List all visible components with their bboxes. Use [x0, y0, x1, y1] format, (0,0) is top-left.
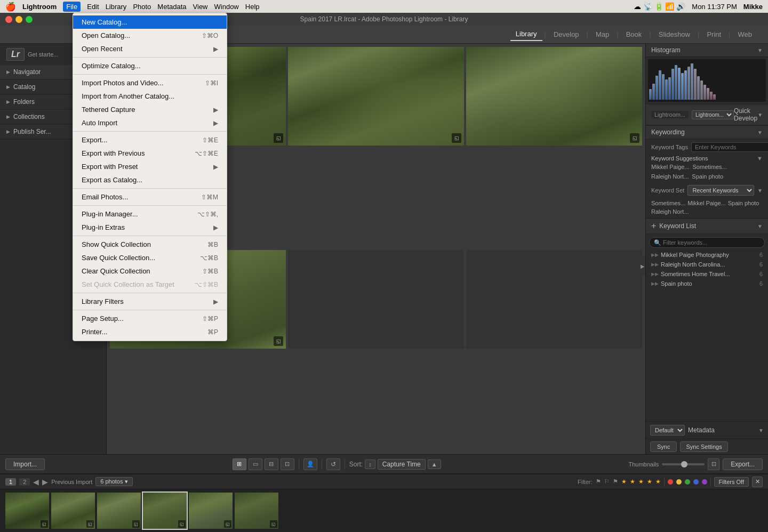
menu-item-open-catalog[interactable]: Open Catalog... ⇧⌘O [73, 29, 227, 42]
menu-file[interactable]: File [63, 2, 81, 12]
quick-develop-preset-select[interactable]: Lightroom... [692, 110, 734, 119]
menu-item-optimize[interactable]: Optimize Catalog... [73, 59, 227, 72]
fs-prev-icon[interactable]: ◀ [33, 478, 39, 486]
menu-item-open-recent[interactable]: Open Recent ▶ [73, 42, 227, 55]
tab-develop[interactable]: Develop [548, 28, 585, 41]
tab-map[interactable]: Map [590, 28, 614, 41]
fs-thumb-2[interactable]: ◱ [51, 493, 95, 529]
menu-metadata[interactable]: Metadata [157, 3, 186, 11]
keyword-item-4[interactable]: ▶▶ Spain photo 6 [646, 279, 768, 288]
keyword-tags-input[interactable] [691, 142, 768, 152]
color-dot-blue[interactable] [693, 479, 699, 485]
fs-thumb-3[interactable]: ◱ [97, 493, 141, 529]
photo-cell-3[interactable]: ◱ [466, 47, 642, 146]
fs-thumb-1[interactable]: ◱ [5, 493, 49, 529]
sort-asc-button[interactable]: ▲ [428, 460, 441, 469]
menu-item-plugin-extras[interactable]: Plug-in Extras ▶ [73, 221, 227, 234]
menu-item-page-setup[interactable]: Page Setup... ⇧⌘P [73, 312, 227, 325]
menu-item-set-quick-target[interactable]: Set Quick Collection as Target ⌥⇧⌘B [73, 278, 227, 291]
tab-library[interactable]: Library [510, 28, 542, 41]
menu-view[interactable]: View [193, 3, 208, 11]
filters-off-button[interactable]: Filters Off [714, 477, 749, 487]
file-dropdown[interactable]: New Catalog... Open Catalog... ⇧⌘O Open … [73, 13, 227, 341]
suggestion-3[interactable]: Raleigh Nort... [651, 173, 689, 180]
filters-off-close[interactable]: ✕ [752, 477, 763, 487]
menu-item-save-quick[interactable]: Save Quick Collection... ⌥⌘B [73, 251, 227, 264]
keyword-set-options-icon[interactable]: ▼ [757, 188, 763, 194]
page-2-badge[interactable]: 2 [19, 478, 30, 486]
menu-window[interactable]: Window [214, 3, 239, 11]
keyword-item-1[interactable]: ▶▶ Mikkel Paige Photography 6 [646, 250, 768, 260]
keyword-list-header[interactable]: + Keyword List ▼ [646, 219, 768, 234]
menu-photo[interactable]: Photo [133, 3, 151, 11]
thumbnail-slider-knob[interactable] [681, 461, 687, 467]
menu-item-email-photos[interactable]: Email Photos... ⇧⌘M [73, 190, 227, 204]
menu-item-import-another[interactable]: Import from Another Catalog... [73, 90, 227, 103]
tab-print[interactable]: Print [701, 28, 726, 41]
keyword-set-select[interactable]: Recent Keywords [687, 185, 754, 196]
menu-edit[interactable]: Edit [87, 3, 99, 11]
kw-tag-3[interactable]: Spain photo [728, 200, 759, 206]
menu-item-show-quick[interactable]: Show Quick Collection ⌘B [73, 238, 227, 251]
kw-tag-4[interactable]: Raleigh Nort... [651, 208, 689, 215]
menu-lightroom[interactable]: Lightroom [22, 3, 57, 11]
traffic-light-yellow[interactable] [15, 16, 22, 23]
filter-star-3[interactable]: ★ [638, 478, 644, 485]
kw-tag-1[interactable]: Sometimes... [651, 200, 685, 206]
sync-settings-button[interactable]: Sync Settings [680, 441, 727, 452]
filter-flag-2[interactable]: ⚐ [604, 478, 610, 485]
filter-star-1[interactable]: ★ [621, 478, 627, 485]
page-1-badge[interactable]: 1 [5, 478, 16, 486]
color-dot-yellow[interactable] [676, 479, 682, 485]
people-view-button[interactable]: 👤 [303, 458, 317, 470]
traffic-light-green[interactable] [26, 16, 33, 23]
keywording-header[interactable]: Keywording ▼ [646, 125, 768, 139]
menu-item-import-photos[interactable]: Import Photos and Video... ⇧⌘I [73, 76, 227, 90]
menu-item-tethered[interactable]: Tethered Capture ▶ [73, 103, 227, 116]
fs-thumb-5[interactable]: ◱ [189, 493, 233, 529]
keyword-item-3[interactable]: ▶▶ Sometimes Home Travel... 6 [646, 269, 768, 279]
photo-cell-2[interactable]: ◱ [288, 47, 464, 146]
export-button[interactable]: Export... [723, 458, 763, 470]
menu-item-clear-quick[interactable]: Clear Quick Collection ⇧⌘B [73, 264, 227, 278]
thumbnail-slider[interactable] [662, 463, 705, 465]
fs-thumb-4[interactable]: ◱ [143, 493, 187, 529]
filter-flag-3[interactable]: ⚑ [613, 478, 618, 485]
keyword-item-2[interactable]: ▶▶ Raleigh North Carolina... 6 [646, 260, 768, 269]
keyword-filter-input[interactable] [649, 237, 765, 248]
color-dot-red[interactable] [668, 479, 673, 485]
apple-menu[interactable]: 🍎 [5, 2, 16, 12]
suggestion-2[interactable]: Sometimes... [693, 164, 727, 170]
import-button[interactable]: Import... [5, 458, 45, 470]
filter-flag-1[interactable]: ⚑ [596, 478, 601, 485]
menu-item-new-catalog[interactable]: New Catalog... [73, 15, 227, 29]
menu-item-export-catalog[interactable]: Export as Catalog... [73, 173, 227, 187]
view-survey-button[interactable]: ⊡ [281, 458, 294, 470]
kw-tag-2[interactable]: Mikkel Paige... [687, 200, 726, 206]
tab-web[interactable]: Web [733, 28, 758, 41]
color-dot-green[interactable] [685, 479, 690, 485]
traffic-light-red[interactable] [5, 16, 12, 23]
thumbnail-expand-button[interactable]: ⊡ [708, 458, 719, 470]
view-compare-button[interactable]: ⊟ [265, 458, 278, 470]
sync-button[interactable]: Sync [650, 441, 677, 452]
menu-item-export-prev[interactable]: Export with Previous ⌥⇧⌘E [73, 147, 227, 160]
filter-star-2[interactable]: ★ [630, 478, 635, 485]
menu-item-plugin-manager[interactable]: Plug-in Manager... ⌥⇧⌘, [73, 207, 227, 221]
histogram-header[interactable]: Histogram ▼ [646, 44, 768, 57]
tab-book[interactable]: Book [621, 28, 647, 41]
menu-item-library-filters[interactable]: Library Filters ▶ [73, 295, 227, 308]
menu-item-export[interactable]: Export... ⇧⌘E [73, 133, 227, 147]
fs-thumb-6[interactable]: ◱ [235, 493, 278, 529]
capture-time-button[interactable]: Capture Time [378, 459, 426, 470]
view-loupe-button[interactable]: ▭ [249, 458, 262, 470]
quick-develop-header[interactable]: Lightroom... Lightroom... Quick Develop … [646, 104, 768, 125]
menu-library[interactable]: Library [106, 3, 127, 11]
menu-item-printer[interactable]: Printer... ⌘P [73, 325, 227, 338]
menu-item-auto-import[interactable]: Auto Import ▶ [73, 116, 227, 130]
color-dot-purple[interactable] [702, 479, 707, 485]
metadata-select[interactable]: Default [650, 425, 685, 436]
tab-slideshow[interactable]: Slideshow [653, 28, 695, 41]
menu-help[interactable]: Help [245, 3, 260, 11]
photos-count-button[interactable]: 6 photos ▾ [95, 477, 132, 486]
